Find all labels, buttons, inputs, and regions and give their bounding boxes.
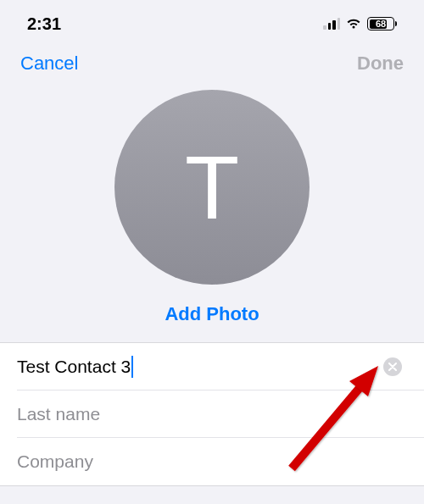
avatar[interactable]: T — [114, 90, 310, 285]
status-time: 2:31 — [27, 14, 61, 34]
avatar-initial: T — [185, 143, 239, 232]
cancel-button[interactable]: Cancel — [20, 53, 78, 75]
clear-first-name-button[interactable] — [383, 357, 402, 376]
close-icon — [388, 363, 397, 371]
wifi-icon — [345, 18, 362, 30]
status-bar: 2:31 68 — [0, 0, 424, 41]
first-name-row[interactable]: Test Contact 3 — [0, 343, 424, 390]
cellular-signal-icon — [323, 18, 340, 30]
status-indicators: 68 — [323, 17, 397, 30]
form-section: Test Contact 3 — [0, 342, 424, 486]
last-name-input[interactable] — [17, 404, 407, 424]
photo-section: T Add Photo — [0, 81, 424, 342]
text-cursor — [131, 356, 133, 378]
nav-bar: Cancel Done — [0, 41, 424, 81]
company-row[interactable] — [0, 438, 424, 485]
add-photo-button[interactable]: Add Photo — [165, 303, 259, 325]
done-button[interactable]: Done — [357, 53, 404, 75]
battery-level: 68 — [376, 19, 386, 29]
last-name-row[interactable] — [0, 390, 424, 438]
company-input[interactable] — [17, 451, 407, 472]
battery-icon: 68 — [367, 17, 397, 30]
first-name-input[interactable]: Test Contact 3 — [17, 356, 133, 378]
